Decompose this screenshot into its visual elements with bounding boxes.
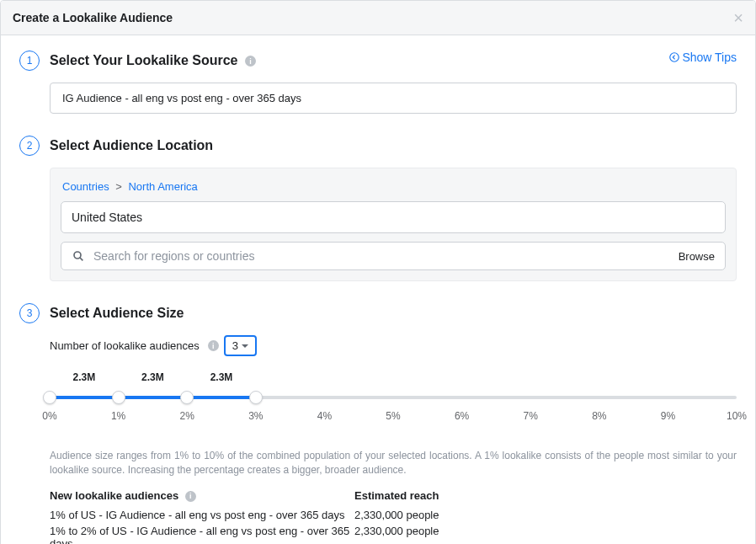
tick-label: 2% — [180, 410, 194, 422]
location-card: Countries > North America United States … — [50, 168, 737, 281]
info-icon[interactable]: i — [245, 56, 256, 67]
tick-label: 9% — [661, 410, 675, 422]
step1-number: 1 — [19, 51, 40, 71]
segment-label: 2.3M — [141, 371, 164, 383]
tick-label: 5% — [386, 410, 400, 422]
crumb-region[interactable]: North America — [128, 180, 197, 193]
browse-button[interactable]: Browse — [679, 250, 715, 263]
chevron-left-circle-icon — [668, 51, 680, 63]
step1-row: 1 Select Your Lookalike Source i Show Ti… — [19, 51, 737, 83]
slider-fill — [50, 396, 256, 399]
slider-thumb-2[interactable] — [180, 391, 194, 404]
tick-label: 1% — [111, 410, 125, 422]
chevron-down-icon — [242, 344, 248, 348]
slider-thumb-3[interactable] — [249, 391, 263, 404]
step2-number: 2 — [19, 136, 40, 156]
audience-name: 1% of US - IG Audience - all eng vs post… — [50, 509, 354, 521]
step3-number: 3 — [19, 303, 40, 323]
modal-header: Create a Lookalike Audience × — [1, 1, 755, 35]
audience-size-slider: 2.3M 2.3M 2.3M 0% 1% 2% 3% 4 — [50, 371, 737, 425]
slider-ticks: 0% 1% 2% 3% 4% 5% 6% 7% 8% 9% 10% — [50, 410, 737, 425]
info-icon[interactable]: i — [208, 340, 219, 351]
modal-body: 1 Select Your Lookalike Source i Show Ti… — [1, 35, 755, 544]
segment-label: 2.3M — [72, 371, 95, 383]
step3-content: Number of lookalike audiences i 3 2.3M 2… — [50, 335, 737, 544]
col-a-header-text: New lookalike audiences — [50, 489, 178, 502]
audience-reach: 2,330,000 people — [354, 509, 737, 521]
num-audiences-select[interactable]: 3 — [224, 335, 257, 356]
svg-line-2 — [80, 258, 83, 260]
step3-header: 3 Select Audience Size — [19, 303, 737, 323]
selected-location-chip[interactable]: United States — [61, 201, 726, 233]
tick-label: 8% — [592, 410, 606, 422]
num-audiences-row: Number of lookalike audiences i 3 — [50, 335, 737, 356]
tick-label: 0% — [42, 410, 56, 422]
tick-label: 7% — [524, 410, 538, 422]
audience-name: 1% to 2% of US - IG Audience - all eng v… — [50, 525, 354, 544]
show-tips-label: Show Tips — [682, 51, 737, 64]
num-audiences-value: 3 — [232, 339, 238, 352]
segment-label: 2.3M — [210, 371, 233, 383]
slider-segment-labels: 2.3M 2.3M 2.3M — [50, 371, 737, 387]
col-reach-header: Estimated reach — [354, 489, 737, 502]
location-search-row: Browse — [61, 242, 726, 270]
step1-title-text: Select Your Lookalike Source — [50, 53, 238, 67]
crumb-countries[interactable]: Countries — [62, 180, 109, 193]
lookalike-source-input[interactable]: IG Audience - all eng vs post eng - over… — [50, 83, 737, 114]
breadcrumb: Countries > North America — [61, 179, 726, 201]
step1-title: Select Your Lookalike Source i — [50, 53, 256, 68]
num-audiences-label: Number of lookalike audiences — [50, 339, 200, 352]
audience-reach: 2,330,000 people — [354, 525, 737, 544]
tick-label: 6% — [455, 410, 469, 422]
step3-title: Select Audience Size — [50, 306, 184, 321]
lookalike-modal: Create a Lookalike Audience × 1 Select Y… — [0, 0, 756, 544]
info-icon[interactable]: i — [185, 491, 196, 502]
show-tips-button[interactable]: Show Tips — [668, 51, 737, 64]
svg-point-0 — [670, 53, 679, 62]
svg-point-1 — [74, 252, 81, 259]
close-icon[interactable]: × — [733, 9, 743, 26]
size-description: Audience size ranges from 1% to 10% of t… — [50, 449, 737, 477]
search-icon — [72, 249, 85, 263]
audience-table: New lookalike audiences i Estimated reac… — [50, 489, 737, 544]
location-search-input[interactable] — [93, 249, 670, 263]
step2-header: 2 Select Audience Location — [19, 136, 737, 156]
tick-label: 10% — [727, 410, 747, 422]
table-row: 1% to 2% of US - IG Audience - all eng v… — [50, 525, 737, 544]
slider-thumb-0[interactable] — [43, 391, 56, 404]
slider-thumb-1[interactable] — [112, 391, 125, 404]
col-name-header: New lookalike audiences i — [50, 489, 354, 502]
tick-label: 3% — [248, 410, 263, 422]
step2-title: Select Audience Location — [50, 138, 213, 153]
modal-title: Create a Lookalike Audience — [13, 11, 173, 24]
crumb-sep: > — [115, 180, 122, 193]
table-row: 1% of US - IG Audience - all eng vs post… — [50, 509, 737, 521]
slider-track-container[interactable] — [50, 390, 737, 405]
step1-header: 1 Select Your Lookalike Source i — [19, 51, 256, 71]
table-header: New lookalike audiences i Estimated reac… — [50, 489, 737, 502]
tick-label: 4% — [317, 410, 332, 422]
